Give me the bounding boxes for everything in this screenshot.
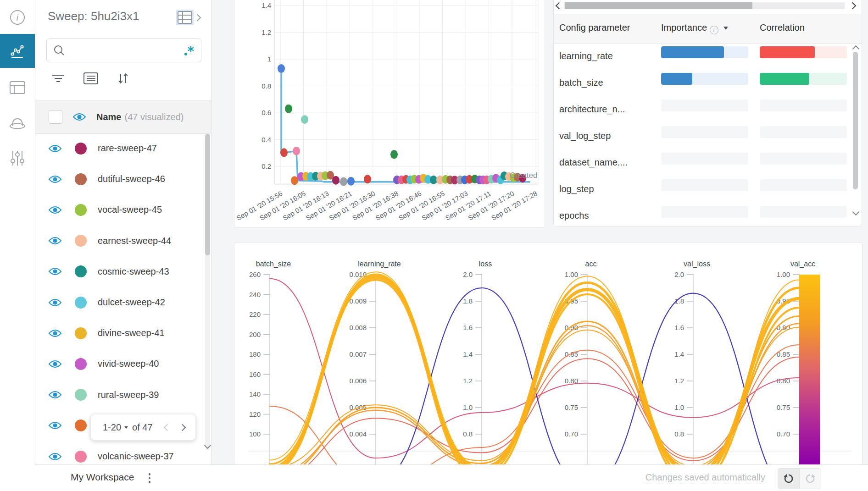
scatter-chart[interactable]: Sep 01 '20 15:56Sep 01 '20 16:05Sep 01 '… xyxy=(234,0,545,227)
visibility-eye-icon[interactable] xyxy=(48,421,62,430)
visibility-eye-icon[interactable] xyxy=(48,267,62,276)
redo-button[interactable] xyxy=(800,469,821,489)
run-row[interactable]: dulcet-sweep-42 xyxy=(35,287,211,318)
importance-row[interactable]: val_log_step xyxy=(554,123,852,150)
sidebar-item-sweeps[interactable] xyxy=(0,108,35,138)
svg-text:0.8: 0.8 xyxy=(463,430,473,438)
visibility-eye-icon[interactable] xyxy=(48,144,62,153)
scatter-point xyxy=(364,175,371,183)
visibility-eye-icon[interactable] xyxy=(48,452,62,461)
parallel-series-line xyxy=(270,327,799,465)
filter-icon[interactable] xyxy=(51,72,65,84)
page-range[interactable]: 1-20 xyxy=(103,422,121,433)
run-name[interactable]: rural-sweep-39 xyxy=(98,390,159,400)
columns-list-icon[interactable] xyxy=(83,72,98,84)
vscroll-down-icon[interactable] xyxy=(852,209,860,216)
sort-desc-caret-icon[interactable] xyxy=(723,27,728,30)
run-row[interactable]: vivid-sweep-40 xyxy=(35,348,211,379)
run-name[interactable]: divine-sweep-41 xyxy=(98,328,165,338)
importance-row[interactable]: epochs xyxy=(554,203,852,226)
run-color-dot xyxy=(75,143,87,154)
page-size-caret-icon[interactable] xyxy=(124,426,128,429)
run-search-box xyxy=(46,39,201,62)
svg-text:learning_rate: learning_rate xyxy=(358,260,401,268)
sidebar-item-panels[interactable] xyxy=(0,34,35,68)
select-all-checkbox[interactable] xyxy=(49,110,62,124)
undo-button[interactable] xyxy=(778,469,800,489)
svg-text:1.6: 1.6 xyxy=(674,324,684,331)
importance-bar xyxy=(661,99,748,111)
info-icon[interactable]: i xyxy=(0,4,35,31)
run-color-dot xyxy=(75,358,87,370)
run-name[interactable]: earnest-sweep-44 xyxy=(98,236,171,246)
run-name[interactable]: cosmic-sweep-43 xyxy=(98,266,169,277)
run-list-toolbar xyxy=(51,70,171,87)
regex-toggle-icon[interactable] xyxy=(184,44,195,56)
prev-page-icon[interactable] xyxy=(163,424,171,431)
svg-text:140: 140 xyxy=(249,390,261,398)
workspace-kebab-menu-icon[interactable] xyxy=(145,471,154,485)
visibility-eye-icon[interactable] xyxy=(48,236,62,245)
importance-row[interactable]: learning_rate xyxy=(554,44,852,70)
correlation-bar xyxy=(760,46,847,58)
visibility-eye-icon[interactable] xyxy=(48,329,62,338)
svg-text:1.8: 1.8 xyxy=(463,297,473,305)
visibility-eye-icon[interactable] xyxy=(48,205,62,215)
run-row[interactable]: rural-sweep-39 xyxy=(35,380,211,410)
hscroll-right-icon[interactable] xyxy=(849,2,857,10)
sidebar-item-controls[interactable] xyxy=(0,143,35,173)
open-runs-table-button[interactable] xyxy=(178,11,200,24)
svg-text:0.004: 0.004 xyxy=(349,430,367,438)
importance-hscrollbar[interactable] xyxy=(564,2,845,9)
run-color-dot xyxy=(75,173,87,185)
importance-row[interactable]: log_step xyxy=(554,177,852,203)
visibility-eye-icon[interactable] xyxy=(48,175,62,184)
run-row[interactable]: dutiful-sweep-46 xyxy=(35,164,211,194)
svg-text:220: 220 xyxy=(249,310,261,318)
correlation-bar xyxy=(760,153,847,165)
search-icon xyxy=(53,44,65,56)
scatter-point xyxy=(278,64,285,73)
importance-row[interactable]: dataset_name.... xyxy=(554,150,852,177)
sidebar-item-table[interactable] xyxy=(0,72,35,103)
run-name[interactable]: vivid-sweep-40 xyxy=(98,359,159,369)
workspace-title[interactable]: My Workspace xyxy=(71,472,134,483)
visibility-eye-icon[interactable] xyxy=(48,359,62,369)
run-row[interactable]: vocal-sweep-45 xyxy=(35,194,211,225)
svg-text:0.70: 0.70 xyxy=(777,430,790,438)
importance-column-header[interactable]: Importance i xyxy=(661,22,728,34)
run-list-scrollbar[interactable] xyxy=(205,134,210,450)
run-row[interactable]: earnest-sweep-44 xyxy=(35,226,211,256)
visibility-eye-icon[interactable] xyxy=(48,390,62,399)
correlation-bar xyxy=(760,99,847,111)
importance-row[interactable]: architecture_n... xyxy=(554,97,852,123)
importance-vscrollbar[interactable] xyxy=(853,52,858,189)
scatter-point xyxy=(332,176,339,185)
run-name[interactable]: vocal-sweep-45 xyxy=(98,204,162,215)
next-page-icon[interactable] xyxy=(178,424,186,431)
hscroll-left-icon[interactable] xyxy=(556,2,563,10)
parallel-coordinates-panel[interactable]: batch_size260240220200180160140120100lea… xyxy=(234,242,862,465)
svg-text:1.4: 1.4 xyxy=(674,350,684,358)
run-row[interactable]: rare-sweep-47 xyxy=(35,133,211,164)
info-tooltip-icon[interactable]: i xyxy=(710,26,718,34)
importance-row[interactable]: batch_size xyxy=(554,70,852,97)
run-name[interactable]: dulcet-sweep-42 xyxy=(98,297,165,308)
scatter-point xyxy=(291,176,298,185)
search-input[interactable] xyxy=(69,45,184,56)
run-name[interactable]: volcanic-sweep-37 xyxy=(98,451,174,462)
importance-bar xyxy=(661,153,748,165)
run-name[interactable]: rare-sweep-47 xyxy=(98,143,157,154)
run-name[interactable]: dutiful-sweep-46 xyxy=(98,174,165,184)
run-row[interactable]: volcanic-sweep-37 xyxy=(35,441,211,464)
parallel-coordinates-chart[interactable]: batch_size260240220200180160140120100lea… xyxy=(234,243,862,465)
vscroll-up-icon[interactable] xyxy=(852,45,860,53)
sort-icon[interactable] xyxy=(117,72,129,85)
created-scatter-panel[interactable]: Sep 01 '20 15:56Sep 01 '20 16:05Sep 01 '… xyxy=(234,0,545,228)
scatter-point xyxy=(293,147,300,155)
parameter-name: architecture_n... xyxy=(559,104,625,115)
run-row[interactable]: divine-sweep-41 xyxy=(35,318,211,348)
visibility-all-eye-icon[interactable] xyxy=(72,112,86,121)
run-row[interactable]: cosmic-sweep-43 xyxy=(35,256,211,287)
visibility-eye-icon[interactable] xyxy=(48,298,62,307)
